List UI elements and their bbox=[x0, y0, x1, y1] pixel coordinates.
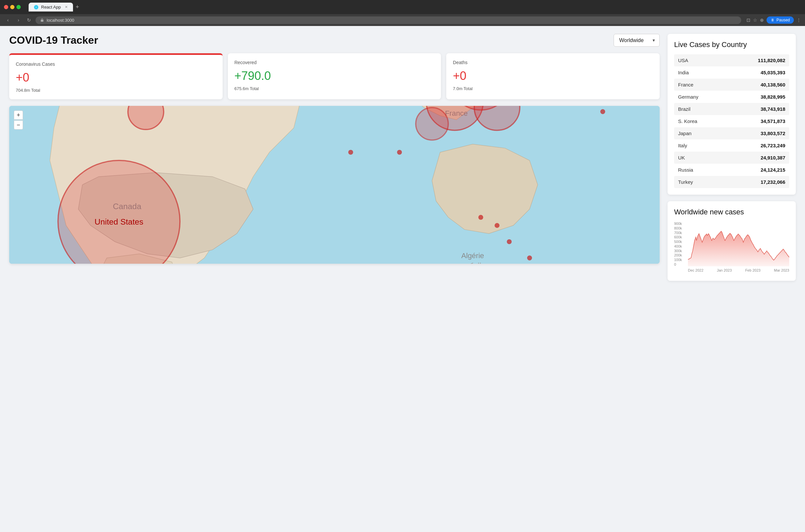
svg-point-34 bbox=[348, 150, 353, 155]
country-name: Italy bbox=[678, 143, 687, 148]
chart-y-label: 800k bbox=[674, 226, 688, 230]
chart-section: Worldwide new cases 900k800k700k600k500k… bbox=[668, 201, 796, 281]
svg-text:المكسو: المكسو bbox=[460, 262, 481, 264]
browser-chrome: React App ✕ + ‹ › ↻ localhost:3000 ⊡ ☆ ⊕… bbox=[0, 0, 805, 26]
close-traffic-light[interactable] bbox=[4, 5, 8, 9]
stats-row: Coronavirus Cases +0 704.8m Total Recove… bbox=[9, 53, 660, 99]
left-panel: COVID-19 Tracker Worldwide USA India Fra… bbox=[9, 34, 660, 521]
country-cases: 26,723,249 bbox=[761, 143, 785, 148]
chart-y-label: 200k bbox=[674, 253, 688, 257]
country-name: Japan bbox=[678, 131, 692, 136]
live-cases-section: Live Cases by Country USA 111,820,082 In… bbox=[668, 34, 796, 195]
zoom-out-button[interactable]: − bbox=[14, 120, 23, 130]
map-container[interactable]: + − bbox=[9, 106, 660, 264]
map-svg: Canada Mexico Algérie المكسو Mali Niger … bbox=[9, 106, 660, 264]
recovered-label: Recovered bbox=[234, 60, 435, 65]
country-name: India bbox=[678, 70, 689, 75]
country-list: USA 111,820,082 India 45,035,393 France … bbox=[674, 54, 789, 188]
country-list-item: Turkey 17,232,066 bbox=[674, 176, 789, 188]
deaths-card: Deaths +0 7.0m Total bbox=[446, 53, 660, 99]
url-text: localhost:3000 bbox=[47, 18, 74, 23]
app-title: COVID-19 Tracker bbox=[9, 34, 98, 46]
recovered-card: Recovered +790.0 675.6m Total bbox=[228, 53, 441, 99]
chart-title: Worldwide new cases bbox=[674, 208, 789, 216]
country-name: Russia bbox=[678, 167, 693, 173]
cases-card: Coronavirus Cases +0 704.8m Total bbox=[9, 53, 223, 99]
shield-icon[interactable]: ⊕ bbox=[760, 17, 764, 23]
active-tab[interactable]: React App ✕ bbox=[28, 3, 73, 12]
chart-x-labels: Dec 2022Jan 2023Feb 2023Mar 2023 bbox=[688, 266, 789, 274]
svg-text:United States: United States bbox=[95, 217, 143, 226]
country-list-item: France 40,138,560 bbox=[674, 79, 789, 91]
country-selector[interactable]: Worldwide USA India France Germany bbox=[614, 34, 660, 47]
live-cases-title: Live Cases by Country bbox=[674, 40, 789, 49]
country-list-item: India 45,035,393 bbox=[674, 66, 789, 79]
recovered-total: 675.6m Total bbox=[234, 86, 435, 91]
country-cases: 40,138,560 bbox=[761, 82, 785, 88]
country-name: France bbox=[678, 82, 693, 88]
cases-total: 704.8m Total bbox=[16, 88, 216, 93]
country-selector-wrapper: Worldwide USA India France Germany ▼ bbox=[614, 34, 660, 47]
tab-close-button[interactable]: ✕ bbox=[65, 5, 68, 9]
svg-point-0 bbox=[35, 6, 38, 8]
forward-button[interactable]: › bbox=[15, 16, 22, 24]
cast-icon[interactable]: ⊡ bbox=[746, 17, 750, 23]
address-bar[interactable]: localhost:3000 bbox=[36, 16, 741, 24]
country-cases: 45,035,393 bbox=[761, 70, 785, 75]
cases-label: Coronavirus Cases bbox=[16, 61, 216, 67]
recovered-value: +790.0 bbox=[234, 69, 435, 83]
chart-y-label: 700k bbox=[674, 231, 688, 235]
country-cases: 34,571,873 bbox=[761, 118, 785, 124]
country-list-item: Brazil 38,743,918 bbox=[674, 103, 789, 115]
paused-icon: ⏸ bbox=[770, 18, 774, 22]
svg-point-33 bbox=[397, 150, 402, 155]
bookmark-icon[interactable]: ☆ bbox=[753, 17, 757, 23]
deaths-total: 7.0m Total bbox=[453, 86, 653, 91]
country-cases: 33,803,572 bbox=[761, 131, 785, 136]
country-cases: 24,124,215 bbox=[761, 167, 785, 173]
deaths-value: +0 bbox=[453, 69, 653, 83]
deaths-label: Deaths bbox=[453, 60, 653, 65]
svg-point-52 bbox=[478, 215, 483, 220]
chart-y-label: 900k bbox=[674, 222, 688, 226]
chart-x-label: Dec 2022 bbox=[688, 268, 703, 272]
country-cases: 38,743,918 bbox=[761, 106, 785, 112]
traffic-lights bbox=[4, 5, 21, 9]
paused-label: Paused bbox=[777, 18, 790, 22]
country-list-item: S. Korea 34,571,873 bbox=[674, 115, 789, 127]
country-name: UK bbox=[678, 155, 685, 160]
country-name: Brazil bbox=[678, 106, 691, 112]
header-row: COVID-19 Tracker Worldwide USA India Fra… bbox=[9, 34, 660, 47]
new-tab-button[interactable]: + bbox=[76, 4, 79, 11]
zoom-in-button[interactable]: + bbox=[14, 111, 23, 120]
country-cases: 24,910,387 bbox=[761, 155, 785, 160]
chart-container: 900k800k700k600k500k400k300k200k100k0 bbox=[674, 222, 789, 274]
country-name: Turkey bbox=[678, 179, 693, 185]
browser-toolbar: ‹ › ↻ localhost:3000 ⊡ ☆ ⊕ ⏸ Paused ⋮ bbox=[0, 14, 805, 26]
map-zoom-controls: + − bbox=[14, 111, 23, 130]
tab-bar: React App ✕ + bbox=[28, 3, 79, 12]
refresh-button[interactable]: ↻ bbox=[25, 16, 33, 24]
paused-button[interactable]: ⏸ Paused bbox=[767, 16, 794, 24]
country-list-item: Germany 38,828,995 bbox=[674, 91, 789, 103]
svg-point-37 bbox=[600, 109, 606, 114]
fullscreen-traffic-light[interactable] bbox=[16, 5, 21, 9]
country-cases: 38,828,995 bbox=[761, 94, 785, 100]
minimize-traffic-light[interactable] bbox=[10, 5, 15, 9]
toolbar-right: ⊡ ☆ ⊕ ⏸ Paused ⋮ bbox=[746, 16, 801, 24]
chart-svg bbox=[688, 222, 789, 266]
menu-icon[interactable]: ⋮ bbox=[797, 17, 801, 23]
country-name: USA bbox=[678, 58, 688, 63]
svg-point-55 bbox=[527, 255, 532, 261]
country-list-item: Russia 24,124,215 bbox=[674, 164, 789, 176]
cases-value: +0 bbox=[16, 71, 216, 84]
app-content: COVID-19 Tracker Worldwide USA India Fra… bbox=[0, 26, 805, 529]
chart-x-label: Feb 2023 bbox=[745, 268, 760, 272]
svg-point-53 bbox=[495, 223, 499, 228]
country-list-item: Japan 33,803,572 bbox=[674, 127, 789, 139]
back-button[interactable]: ‹ bbox=[4, 16, 12, 24]
chart-y-label: 500k bbox=[674, 240, 688, 244]
svg-point-54 bbox=[507, 240, 512, 244]
country-list-item: USA 111,820,082 bbox=[674, 54, 789, 66]
chart-y-label: 300k bbox=[674, 249, 688, 253]
